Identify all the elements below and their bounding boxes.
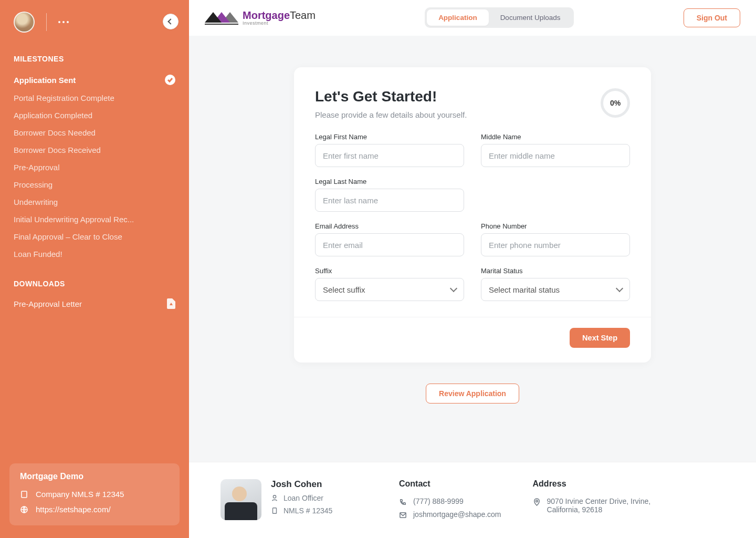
address-title: Address	[533, 479, 669, 489]
progress-indicator: 0%	[601, 88, 630, 118]
milestone-item[interactable]: Loan Funded!	[9, 245, 180, 263]
next-step-button[interactable]: Next Step	[570, 328, 630, 348]
tab-document-uploads[interactable]: Document Uploads	[489, 9, 572, 26]
milestones-heading: MILESTONES	[0, 38, 189, 68]
file-upload-icon	[167, 298, 175, 309]
logo-icon	[205, 10, 238, 26]
company-nmls-row: Company NMLS # 12345	[20, 487, 169, 502]
milestone-label: Loan Funded!	[14, 250, 62, 258]
company-name: Mortgage Demo	[20, 472, 169, 481]
sidebar: MILESTONES Application SentPortal Regist…	[0, 0, 189, 538]
globe-icon	[20, 505, 28, 514]
svg-rect-7	[273, 508, 277, 514]
suffix-select[interactable]: Select suffix	[315, 278, 464, 301]
milestone-item[interactable]: Initial Underwriting Approval Rec...	[9, 211, 180, 228]
contact-phone-row: (777) 888-9999	[399, 495, 501, 508]
milestone-label: Processing	[14, 180, 52, 189]
user-avatar[interactable]	[14, 12, 35, 33]
address-text: 9070 Irvine Center Drive, Irvine, Califo…	[547, 497, 669, 514]
milestone-label: Application Sent	[14, 76, 76, 85]
downloads-heading: DOWNLOADS	[0, 265, 189, 293]
mail-icon	[399, 511, 407, 519]
marital-label: Marital Status	[481, 267, 630, 275]
form-card: Let's Get Started! Please provide a few …	[294, 67, 651, 363]
company-nmls: Company NMLS # 12345	[36, 490, 124, 499]
company-url: https://setshape.com/	[36, 505, 111, 514]
contact-email: joshmortgage@shape.com	[413, 510, 501, 519]
middle-name-input[interactable]	[481, 144, 630, 167]
building-icon	[20, 490, 28, 499]
contact-block: Contact (777) 888-9999 joshmortgage@shap…	[399, 479, 501, 521]
officer-nmls: NMLS # 12345	[284, 506, 332, 515]
download-item[interactable]: Pre-Approval Letter	[0, 293, 189, 314]
logo-subtext: Investment	[243, 20, 316, 26]
loan-officer-block: Josh Cohen Loan Officer NMLS # 12345	[220, 479, 368, 520]
pin-icon	[533, 498, 541, 506]
milestone-label: Application Completed	[14, 111, 92, 120]
first-name-label: Legal First Name	[315, 133, 464, 141]
milestone-item[interactable]: Underwriting	[9, 193, 180, 211]
last-name-label: Legal Last Name	[315, 178, 464, 185]
milestone-item[interactable]: Application Sent	[9, 70, 180, 89]
marital-select[interactable]: Select marital status	[481, 278, 630, 301]
topbar: MortgageTeam Investment ApplicationDocum…	[189, 0, 756, 36]
form-title: Let's Get Started!	[315, 88, 467, 105]
milestone-item[interactable]: Application Completed	[9, 107, 180, 124]
contact-title: Contact	[399, 479, 501, 489]
suffix-placeholder: Select suffix	[323, 285, 365, 294]
address-block: Address 9070 Irvine Center Drive, Irvine…	[533, 479, 669, 516]
chevron-down-icon	[450, 285, 457, 292]
officer-photo	[220, 479, 261, 520]
officer-role: Loan Officer	[284, 494, 323, 502]
chevron-left-icon	[167, 18, 173, 24]
progress-label: 0%	[610, 99, 621, 107]
contact-email-row: joshmortgage@shape.com	[399, 508, 501, 521]
form-subtitle: Please provide a few details about yours…	[315, 110, 467, 119]
svg-rect-0	[22, 491, 27, 498]
milestone-item[interactable]: Pre-Approval	[9, 159, 180, 176]
officer-name: Josh Cohen	[271, 479, 332, 490]
page-footer: Josh Cohen Loan Officer NMLS # 12345 Con…	[189, 462, 756, 538]
contact-phone: (777) 888-9999	[413, 497, 464, 505]
milestone-item[interactable]: Borrower Docs Needed	[9, 124, 180, 141]
milestone-label: Borrower Docs Needed	[14, 128, 96, 137]
milestone-item[interactable]: Borrower Docs Received	[9, 141, 180, 159]
download-label: Pre-Approval Letter	[14, 299, 82, 308]
brand-logo: MortgageTeam Investment	[205, 10, 316, 26]
more-menu-icon[interactable]	[58, 21, 69, 23]
milestone-item[interactable]: Final Approval – Clear to Close	[9, 228, 180, 245]
middle-name-label: Middle Name	[481, 133, 630, 141]
email-input[interactable]	[315, 233, 464, 256]
suffix-label: Suffix	[315, 267, 464, 275]
officer-role-row: Loan Officer	[271, 490, 332, 502]
phone-label: Phone Number	[481, 222, 630, 230]
milestone-label: Portal Registration Complete	[14, 94, 114, 102]
milestone-label: Final Approval – Clear to Close	[14, 232, 122, 241]
milestone-item[interactable]: Portal Registration Complete	[9, 89, 180, 107]
building-icon	[271, 507, 278, 514]
milestone-label: Initial Underwriting Approval Rec...	[14, 215, 134, 224]
phone-input[interactable]	[481, 233, 630, 256]
logo-text: MortgageTeam	[243, 10, 316, 20]
address-row: 9070 Irvine Center Drive, Irvine, Califo…	[533, 495, 669, 516]
tab-application[interactable]: Application	[427, 9, 489, 26]
first-name-input[interactable]	[315, 144, 464, 167]
marital-placeholder: Select marital status	[489, 285, 560, 294]
milestone-item[interactable]: Processing	[9, 176, 180, 193]
phone-icon	[399, 498, 407, 506]
chevron-down-icon	[616, 285, 623, 292]
divider	[46, 13, 47, 31]
company-url-row[interactable]: https://setshape.com/	[20, 502, 169, 517]
milestone-label: Underwriting	[14, 198, 58, 206]
collapse-sidebar-button[interactable]	[163, 14, 178, 29]
svg-point-6	[273, 495, 276, 498]
officer-nmls-row: NMLS # 12345	[271, 502, 332, 515]
last-name-input[interactable]	[315, 189, 464, 212]
svg-point-9	[536, 500, 538, 502]
milestone-label: Pre-Approval	[14, 163, 60, 172]
company-card: Mortgage Demo Company NMLS # 12345 https…	[9, 463, 180, 525]
sign-out-button[interactable]: Sign Out	[684, 8, 740, 27]
user-icon	[271, 494, 278, 502]
review-application-button[interactable]: Review Application	[426, 384, 519, 404]
tab-switch: ApplicationDocument Uploads	[425, 7, 574, 28]
